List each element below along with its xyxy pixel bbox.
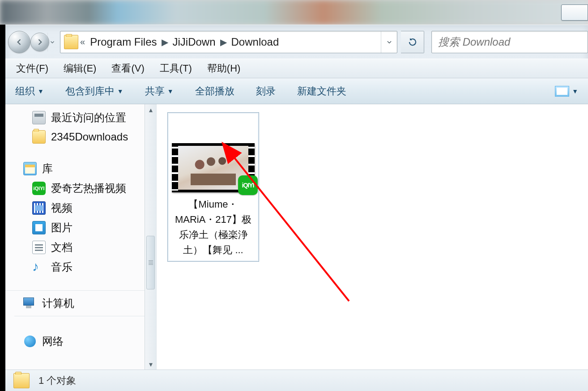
iqiyi-icon: iQIYI	[32, 182, 46, 195]
window-control-hint	[561, 4, 588, 21]
sidebar-scrollbar[interactable]: ▴ ▾	[145, 104, 156, 370]
file-name-label: 【Miume・MARiA・217】极乐净土（極楽浄土）【舞见 ...	[171, 197, 255, 258]
toolbar: 组织 ▼ 包含到库中 ▼ 共享 ▼ 全部播放 刻录 新建文件夹 ▼	[5, 78, 588, 104]
sidebar-computer[interactable]: 计算机	[5, 293, 156, 313]
view-mode-icon	[555, 86, 569, 97]
sidebar-documents[interactable]: 文档	[5, 238, 156, 257]
explorer-window: « Program Files ▶ JiJiDown ▶ Download 文件…	[5, 25, 588, 391]
sidebar-item-label: 视频	[51, 201, 72, 215]
breadcrumb-segment[interactable]: Download	[228, 36, 283, 48]
scroll-track[interactable]	[145, 115, 156, 359]
sidebar-pictures[interactable]: 图片	[5, 218, 156, 238]
tool-burn-label: 刻录	[256, 85, 276, 98]
documents-icon	[32, 241, 46, 254]
sidebar-item-label: 图片	[51, 221, 72, 235]
computer-icon	[23, 297, 37, 310]
sidebar-item-label: 爱奇艺热播视频	[51, 181, 126, 196]
pictures-icon	[32, 221, 46, 234]
sidebar-libraries[interactable]: 库	[5, 159, 156, 178]
search-input[interactable]	[438, 36, 581, 48]
status-bar: 1 个对象	[5, 370, 588, 391]
caret-down-icon: ▼	[117, 88, 124, 95]
chevron-right-icon[interactable]: ▶	[161, 37, 169, 47]
refresh-button[interactable]	[401, 31, 424, 53]
tool-share[interactable]: 共享 ▼	[143, 83, 175, 100]
network-icon	[23, 335, 37, 348]
menu-view[interactable]: 查看(V)	[109, 60, 147, 77]
recent-places-icon	[32, 111, 46, 124]
back-button[interactable]	[8, 31, 30, 53]
sidebar-item-label: 库	[42, 162, 53, 176]
left-black-edge	[0, 25, 5, 391]
sidebar-iqiyi-videos[interactable]: iQIYI 爱奇艺热播视频	[5, 178, 156, 198]
folder-icon	[64, 35, 78, 49]
sidebar-item-label: 计算机	[42, 296, 74, 310]
search-box[interactable]	[431, 31, 588, 53]
forward-button[interactable]	[30, 33, 49, 51]
music-icon	[32, 260, 46, 274]
menu-edit[interactable]: 编辑(E)	[61, 60, 99, 77]
caret-down-icon: ▼	[572, 88, 578, 95]
sidebar-item-label: 网络	[42, 334, 64, 348]
file-thumbnail: iQIYI	[171, 116, 255, 192]
tool-view-mode[interactable]: ▼	[553, 84, 580, 98]
tool-playall-label: 全部播放	[195, 85, 234, 98]
menu-help[interactable]: 帮助(H)	[205, 60, 243, 77]
tool-play-all[interactable]: 全部播放	[193, 83, 236, 100]
nav-row: « Program Files ▶ JiJiDown ▶ Download	[5, 25, 588, 59]
address-history-dropdown[interactable]	[381, 31, 397, 53]
caret-down-icon: ▼	[38, 88, 44, 95]
video-icon	[32, 201, 46, 215]
background-blur	[0, 0, 588, 25]
scroll-thumb[interactable]	[146, 236, 155, 289]
tool-burn[interactable]: 刻录	[254, 83, 277, 100]
menu-file[interactable]: 文件(F)	[13, 60, 51, 77]
tool-share-label: 共享	[145, 85, 165, 98]
sidebar-item-label: 2345Downloads	[51, 131, 128, 143]
status-object-count: 1 个对象	[38, 374, 76, 387]
tool-organize[interactable]: 组织 ▼	[13, 83, 46, 100]
caret-down-icon: ▼	[167, 88, 174, 95]
folder-icon	[32, 130, 46, 144]
sidebar-music[interactable]: 音乐	[5, 257, 156, 277]
address-bar[interactable]: « Program Files ▶ JiJiDown ▶ Download	[60, 31, 397, 53]
breadcrumb-segment[interactable]: Program Files	[86, 36, 160, 48]
folder-icon	[13, 373, 30, 388]
iqiyi-badge-icon: iQIYI	[238, 175, 258, 195]
chevron-right-icon[interactable]: ▶	[219, 37, 228, 47]
breadcrumb-overflow-icon[interactable]: «	[80, 37, 86, 47]
scroll-up-icon[interactable]: ▴	[145, 104, 156, 115]
scroll-down-icon[interactable]: ▾	[145, 359, 156, 370]
sidebar: 最近访问的位置 2345Downloads 库 iQIYI 爱奇艺热播视频 视频	[5, 104, 157, 370]
tool-include-in-library[interactable]: 包含到库中 ▼	[64, 83, 125, 100]
sidebar-item-label: 最近访问的位置	[51, 110, 126, 125]
file-item[interactable]: iQIYI 【Miume・MARiA・217】极乐净土（極楽浄土）【舞见 ...	[167, 112, 259, 262]
tool-include-label: 包含到库中	[65, 85, 115, 98]
sidebar-2345downloads[interactable]: 2345Downloads	[5, 128, 156, 146]
tool-newfolder-label: 新建文件夹	[297, 85, 346, 98]
sidebar-item-label: 音乐	[51, 260, 72, 274]
menu-bar: 文件(F) 编辑(E) 查看(V) 工具(T) 帮助(H)	[5, 59, 588, 78]
sidebar-recent-places[interactable]: 最近访问的位置	[5, 108, 156, 128]
menu-tools[interactable]: 工具(T)	[157, 60, 195, 77]
tool-organize-label: 组织	[15, 85, 35, 98]
main-split: 最近访问的位置 2345Downloads 库 iQIYI 爱奇艺热播视频 视频	[5, 104, 588, 370]
sidebar-divider	[14, 316, 147, 316]
breadcrumb-segment[interactable]: JiJiDown	[169, 36, 219, 48]
content-area[interactable]: iQIYI 【Miume・MARiA・217】极乐净土（極楽浄土）【舞见 ...	[157, 104, 588, 370]
sidebar-videos[interactable]: 视频	[5, 198, 156, 218]
sidebar-network[interactable]: 网络	[5, 332, 156, 351]
tool-new-folder[interactable]: 新建文件夹	[295, 83, 348, 100]
libraries-icon	[23, 162, 37, 175]
sidebar-item-label: 文档	[51, 240, 72, 255]
nav-buttons	[8, 31, 56, 53]
